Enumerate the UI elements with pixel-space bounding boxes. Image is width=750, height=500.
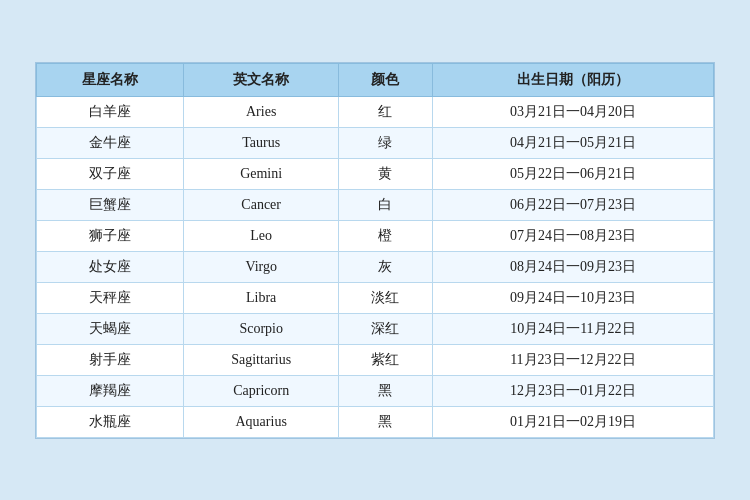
table-row: 摩羯座Capricorn黑12月23日一01月22日 [37, 375, 714, 406]
table-row: 天秤座Libra淡红09月24日一10月23日 [37, 282, 714, 313]
cell-english-name: Capricorn [184, 375, 339, 406]
cell-color: 白 [339, 189, 433, 220]
cell-color: 黑 [339, 375, 433, 406]
header-color: 颜色 [339, 63, 433, 96]
cell-english-name: Taurus [184, 127, 339, 158]
cell-chinese-name: 水瓶座 [37, 406, 184, 437]
cell-chinese-name: 双子座 [37, 158, 184, 189]
header-chinese-name: 星座名称 [37, 63, 184, 96]
table-row: 巨蟹座Cancer白06月22日一07月23日 [37, 189, 714, 220]
zodiac-table: 星座名称 英文名称 颜色 出生日期（阳历） 白羊座Aries红03月21日一04… [36, 63, 714, 438]
cell-color: 橙 [339, 220, 433, 251]
cell-dates: 03月21日一04月20日 [432, 96, 713, 127]
cell-color: 黑 [339, 406, 433, 437]
table-row: 双子座Gemini黄05月22日一06月21日 [37, 158, 714, 189]
cell-english-name: Aquarius [184, 406, 339, 437]
cell-dates: 11月23日一12月22日 [432, 344, 713, 375]
cell-english-name: Gemini [184, 158, 339, 189]
cell-english-name: Scorpio [184, 313, 339, 344]
cell-dates: 04月21日一05月21日 [432, 127, 713, 158]
cell-color: 紫红 [339, 344, 433, 375]
cell-dates: 10月24日一11月22日 [432, 313, 713, 344]
cell-chinese-name: 白羊座 [37, 96, 184, 127]
cell-color: 淡红 [339, 282, 433, 313]
header-dates: 出生日期（阳历） [432, 63, 713, 96]
table-row: 白羊座Aries红03月21日一04月20日 [37, 96, 714, 127]
cell-english-name: Libra [184, 282, 339, 313]
table-row: 天蝎座Scorpio深红10月24日一11月22日 [37, 313, 714, 344]
cell-english-name: Virgo [184, 251, 339, 282]
cell-chinese-name: 处女座 [37, 251, 184, 282]
table-row: 处女座Virgo灰08月24日一09月23日 [37, 251, 714, 282]
cell-chinese-name: 天秤座 [37, 282, 184, 313]
cell-english-name: Cancer [184, 189, 339, 220]
cell-chinese-name: 巨蟹座 [37, 189, 184, 220]
cell-color: 绿 [339, 127, 433, 158]
cell-color: 深红 [339, 313, 433, 344]
cell-english-name: Sagittarius [184, 344, 339, 375]
cell-dates: 06月22日一07月23日 [432, 189, 713, 220]
cell-dates: 01月21日一02月19日 [432, 406, 713, 437]
table-header-row: 星座名称 英文名称 颜色 出生日期（阳历） [37, 63, 714, 96]
header-english-name: 英文名称 [184, 63, 339, 96]
cell-color: 灰 [339, 251, 433, 282]
cell-chinese-name: 摩羯座 [37, 375, 184, 406]
table-row: 狮子座Leo橙07月24日一08月23日 [37, 220, 714, 251]
table-row: 射手座Sagittarius紫红11月23日一12月22日 [37, 344, 714, 375]
cell-english-name: Leo [184, 220, 339, 251]
cell-dates: 05月22日一06月21日 [432, 158, 713, 189]
cell-chinese-name: 狮子座 [37, 220, 184, 251]
table-row: 金牛座Taurus绿04月21日一05月21日 [37, 127, 714, 158]
table-row: 水瓶座Aquarius黑01月21日一02月19日 [37, 406, 714, 437]
cell-color: 黄 [339, 158, 433, 189]
cell-dates: 12月23日一01月22日 [432, 375, 713, 406]
cell-chinese-name: 射手座 [37, 344, 184, 375]
table-body: 白羊座Aries红03月21日一04月20日金牛座Taurus绿04月21日一0… [37, 96, 714, 437]
cell-chinese-name: 金牛座 [37, 127, 184, 158]
zodiac-table-container: 星座名称 英文名称 颜色 出生日期（阳历） 白羊座Aries红03月21日一04… [35, 62, 715, 439]
cell-dates: 09月24日一10月23日 [432, 282, 713, 313]
cell-dates: 08月24日一09月23日 [432, 251, 713, 282]
cell-chinese-name: 天蝎座 [37, 313, 184, 344]
cell-english-name: Aries [184, 96, 339, 127]
cell-color: 红 [339, 96, 433, 127]
cell-dates: 07月24日一08月23日 [432, 220, 713, 251]
